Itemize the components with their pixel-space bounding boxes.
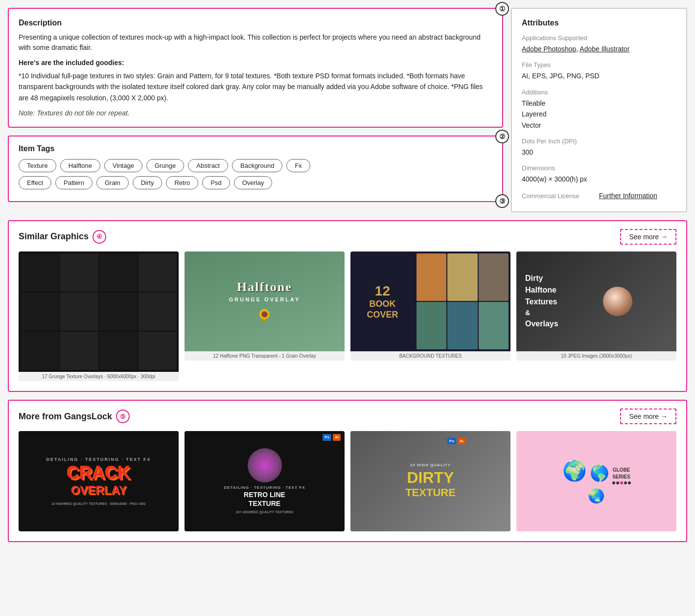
tag-pattern[interactable]: Pattern [55,176,93,189]
attr-applications-value: Adobe Photoshop, Adobe Illustrator [522,44,676,54]
tags-row-2: Effect Pattern Grain Dirty Retro Psd Ove… [19,176,492,189]
section-num-3: ③ [495,194,509,208]
attr-dimensions-value: 4000(w) × 3000(h) px [522,174,676,184]
attr-filetypes-value: AI, EPS, JPG, PNG, PSD [522,70,676,81]
more-item-1[interactable]: DETAILING · TEXTURING · TEXT FX CRACK OV… [19,431,179,531]
tag-halftone[interactable]: Halftone [60,159,100,172]
description-intro: Presenting a unique collection of textur… [19,32,492,53]
description-box: ① Description Presenting a unique collec… [8,8,503,128]
graphic-caption-1: 17 Grunge Texture Overlays · 6000x6000px… [19,372,179,381]
attr-dpi-label: Dots Per Inch (DPI) [522,137,676,145]
description-title: Description [19,19,492,27]
graphic-thumb-3: 12 BOOK COVER [350,251,510,351]
graphic-caption-2: 12 Halftone PNG Transparent - 1 Grain Ov… [185,351,345,361]
similar-graphics-badge: ④ [93,230,106,244]
attr-dpi: Dots Per Inch (DPI) 300 [522,137,676,158]
left-column: ① Description Presenting a unique collec… [8,8,503,202]
attr-commercial: Commercial License Further Information [522,192,676,202]
attributes-box: Attributes Applications Supported Adobe … [511,8,687,212]
graphic-caption-3: BACKGROUND TEXTURES [350,351,510,361]
attr-dpi-value: 300 [522,147,676,158]
attr-vector: Vector [522,120,676,131]
more-from-badge: ⑤ [116,410,130,423]
graphic-thumb-4: Dirty Halftone Textures & Overlays [516,251,676,351]
graphic-item-3[interactable]: 12 BOOK COVER BACKGROUND TEXTUR [350,251,510,382]
more-thumb-1: DETAILING · TEXTURING · TEXT FX CRACK OV… [19,431,179,531]
tags-row-1: Texture Halftone Vintage Grunge Abstract… [19,159,492,172]
description-note: Note: Textures do not tile nor repeat. [19,109,492,117]
attr-filetypes-label: File Types [522,61,676,68]
attr-illustrator-link[interactable]: Adobe Illustrator [579,45,629,53]
attr-layered: Layered [522,109,676,119]
similar-graphics-header: Similar Graphics ④ See more → [19,229,676,245]
similar-graphics-section: Similar Graphics ④ See more → 17 Grunge … [8,220,687,392]
more-from-section: More from GangsLock ⑤ See more → DETAILI… [8,400,687,542]
more-item-3[interactable]: Ps Ai 10 HIGH QUALITY DIRTY TEXTURE [350,431,510,531]
tag-psd[interactable]: Psd [202,176,230,189]
more-from-title: More from GangsLock ⑤ [19,410,130,423]
attr-commercial-label: Commercial License [522,192,579,200]
more-thumb-2: Ps Ai DETAILING · TEXTURING · TEXT FX RE… [185,431,345,531]
further-information-link[interactable]: Further Information [599,192,657,200]
more-item-4[interactable]: 🌍 🌎 GLOBE SERIES [516,431,676,531]
similar-graphics-title: Similar Graphics ④ [19,230,106,244]
attr-additions: Additions Tileable Layered Vector [522,89,676,131]
similar-graphics-grid: 17 Grunge Texture Overlays · 6000x6000px… [19,251,676,382]
graphic-item-1[interactable]: 17 Grunge Texture Overlays · 6000x6000px… [19,251,179,382]
attr-tileable: Tileable [522,98,676,109]
graphic-item-2[interactable]: Halftone GRUNGE OVERLAY 🌻 12 Halftone PN… [185,251,345,382]
more-thumb-3: Ps Ai 10 HIGH QUALITY DIRTY TEXTURE [350,431,510,531]
attributes-title: Attributes [522,19,676,27]
page-wrapper: ① Description Presenting a unique collec… [8,8,687,542]
attr-additions-value: Tileable Layered Vector [522,98,676,131]
attr-applications-label: Applications Supported [522,34,676,42]
section-num-2: ② [495,130,509,143]
description-body: *10 Individual full-page textures in two… [19,70,492,103]
similar-graphics-see-more[interactable]: See more → [620,229,676,245]
top-row: ① Description Presenting a unique collec… [8,8,687,212]
tag-texture[interactable]: Texture [19,159,56,172]
more-from-header: More from GangsLock ⑤ See more → [19,409,676,424]
tag-grain[interactable]: Grain [96,176,129,189]
attr-filetypes: File Types AI, EPS, JPG, PNG, PSD [522,61,676,81]
tag-background[interactable]: Background [232,159,282,172]
tag-overlay[interactable]: Overlay [234,176,273,189]
tags-box: ② Item Tags Texture Halftone Vintage Gru… [8,136,503,202]
more-from-grid: DETAILING · TEXTURING · TEXT FX CRACK OV… [19,431,676,531]
attr-applications: Applications Supported Adobe Photoshop, … [522,34,676,54]
tag-retro[interactable]: Retro [166,176,198,189]
more-from-see-more[interactable]: See more → [620,409,676,424]
graphic-thumb-1 [19,251,179,372]
description-highlight: Here's are the included goodies: [19,59,492,67]
more-thumb-4: 🌍 🌎 GLOBE SERIES [516,431,676,531]
attr-dimensions: Dimensions 4000(w) × 3000(h) px [522,164,676,184]
similar-graphics-title-text: Similar Graphics [19,231,89,242]
more-from-title-text: More from GangsLock [19,411,112,422]
graphic-thumb-2: Halftone GRUNGE OVERLAY 🌻 [185,251,345,351]
tags-title: Item Tags [19,144,492,153]
tag-fx[interactable]: Fx [286,159,310,172]
tag-vintage[interactable]: Vintage [104,159,142,172]
graphic-caption-4: 10 JPEG Images (3000x3000px) [516,351,676,361]
tag-dirty[interactable]: Dirty [133,176,162,189]
tag-abstract[interactable]: Abstract [188,159,228,172]
tag-effect[interactable]: Effect [19,176,51,189]
attr-dimensions-label: Dimensions [522,164,676,172]
attr-additions-label: Additions [522,89,676,96]
tag-grunge[interactable]: Grunge [146,159,184,172]
more-item-2[interactable]: Ps Ai DETAILING · TEXTURING · TEXT FX RE… [185,431,345,531]
attr-photoshop-link[interactable]: Adobe Photoshop [522,45,576,53]
section-num-1: ① [495,2,509,16]
graphic-item-4[interactable]: Dirty Halftone Textures & Overlays 10 JP… [516,251,676,382]
